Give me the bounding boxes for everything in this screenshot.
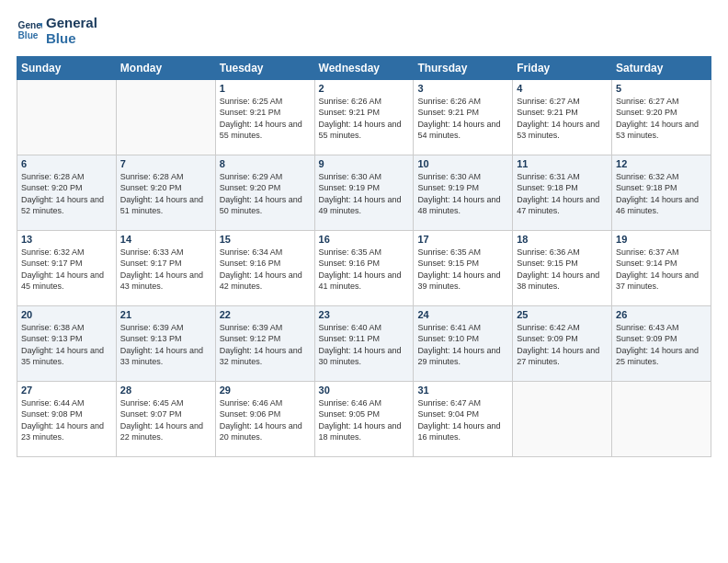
day-info: Sunrise: 6:28 AM Sunset: 9:20 PM Dayligh…: [120, 171, 211, 217]
weekday-header-sunday: Sunday: [17, 56, 117, 79]
day-number: 13: [21, 234, 112, 245]
calendar-cell: 24Sunrise: 6:41 AM Sunset: 9:10 PM Dayli…: [414, 305, 513, 381]
day-info: Sunrise: 6:33 AM Sunset: 9:17 PM Dayligh…: [120, 247, 211, 293]
svg-text:Blue: Blue: [18, 31, 39, 41]
calendar-cell: 25Sunrise: 6:42 AM Sunset: 9:09 PM Dayli…: [513, 305, 612, 381]
calendar-cell: 13Sunrise: 6:32 AM Sunset: 9:17 PM Dayli…: [17, 230, 117, 305]
header: General Blue General Blue: [17, 15, 711, 47]
day-number: 7: [120, 158, 211, 169]
day-info: Sunrise: 6:39 AM Sunset: 9:13 PM Dayligh…: [120, 322, 211, 368]
day-info: Sunrise: 6:32 AM Sunset: 9:18 PM Dayligh…: [616, 171, 707, 217]
day-number: 25: [517, 309, 608, 320]
day-number: 9: [319, 158, 410, 169]
logo: General Blue General Blue: [17, 15, 97, 47]
day-number: 31: [417, 385, 508, 396]
weekday-header-tuesday: Tuesday: [215, 56, 314, 79]
calendar-cell: 6Sunrise: 6:28 AM Sunset: 9:20 PM Daylig…: [17, 155, 117, 230]
calendar-cell: 31Sunrise: 6:47 AM Sunset: 9:04 PM Dayli…: [414, 381, 513, 456]
day-number: 26: [616, 309, 707, 320]
day-number: 19: [616, 234, 707, 245]
calendar-cell: 9Sunrise: 6:30 AM Sunset: 9:19 PM Daylig…: [314, 155, 414, 230]
calendar-cell: 8Sunrise: 6:29 AM Sunset: 9:20 PM Daylig…: [215, 155, 314, 230]
calendar-cell: [116, 79, 215, 155]
day-info: Sunrise: 6:44 AM Sunset: 9:08 PM Dayligh…: [21, 397, 112, 443]
day-number: 14: [120, 234, 211, 245]
calendar-cell: 4Sunrise: 6:27 AM Sunset: 9:21 PM Daylig…: [513, 79, 612, 155]
calendar-cell: 21Sunrise: 6:39 AM Sunset: 9:13 PM Dayli…: [116, 305, 215, 381]
day-info: Sunrise: 6:30 AM Sunset: 9:19 PM Dayligh…: [319, 171, 410, 217]
day-number: 23: [319, 309, 410, 320]
day-number: 27: [21, 385, 112, 396]
day-info: Sunrise: 6:32 AM Sunset: 9:17 PM Dayligh…: [21, 247, 112, 293]
calendar-cell: 20Sunrise: 6:38 AM Sunset: 9:13 PM Dayli…: [17, 305, 117, 381]
calendar-cell: 30Sunrise: 6:46 AM Sunset: 9:05 PM Dayli…: [314, 381, 414, 456]
calendar-cell: 2Sunrise: 6:26 AM Sunset: 9:21 PM Daylig…: [314, 79, 414, 155]
weekday-header-monday: Monday: [116, 56, 215, 79]
day-info: Sunrise: 6:47 AM Sunset: 9:04 PM Dayligh…: [417, 397, 508, 443]
weekday-header-friday: Friday: [513, 56, 612, 79]
calendar-cell: 7Sunrise: 6:28 AM Sunset: 9:20 PM Daylig…: [116, 155, 215, 230]
weekday-header-saturday: Saturday: [612, 56, 711, 79]
logo-blue: Blue: [46, 30, 97, 46]
day-info: Sunrise: 6:26 AM Sunset: 9:21 PM Dayligh…: [417, 96, 508, 142]
calendar-cell: 22Sunrise: 6:39 AM Sunset: 9:12 PM Dayli…: [215, 305, 314, 381]
calendar-week-row: 20Sunrise: 6:38 AM Sunset: 9:13 PM Dayli…: [17, 305, 711, 381]
day-info: Sunrise: 6:35 AM Sunset: 9:16 PM Dayligh…: [319, 247, 410, 293]
calendar-week-row: 6Sunrise: 6:28 AM Sunset: 9:20 PM Daylig…: [17, 155, 711, 230]
day-number: 29: [220, 385, 311, 396]
day-info: Sunrise: 6:27 AM Sunset: 9:20 PM Dayligh…: [616, 96, 707, 142]
day-number: 6: [21, 158, 112, 169]
day-info: Sunrise: 6:45 AM Sunset: 9:07 PM Dayligh…: [120, 397, 211, 443]
day-info: Sunrise: 6:39 AM Sunset: 9:12 PM Dayligh…: [220, 322, 311, 368]
day-number: 20: [21, 309, 112, 320]
calendar-week-row: 1Sunrise: 6:25 AM Sunset: 9:21 PM Daylig…: [17, 79, 711, 155]
calendar-cell: [17, 79, 117, 155]
day-number: 24: [417, 309, 508, 320]
calendar-cell: 26Sunrise: 6:43 AM Sunset: 9:09 PM Dayli…: [612, 305, 711, 381]
day-info: Sunrise: 6:43 AM Sunset: 9:09 PM Dayligh…: [616, 322, 707, 368]
day-info: Sunrise: 6:41 AM Sunset: 9:10 PM Dayligh…: [417, 322, 508, 368]
day-number: 21: [120, 309, 211, 320]
day-number: 18: [517, 234, 608, 245]
day-number: 5: [616, 83, 707, 94]
calendar-cell: [612, 381, 711, 456]
calendar-cell: 19Sunrise: 6:37 AM Sunset: 9:14 PM Dayli…: [612, 230, 711, 305]
weekday-header-thursday: Thursday: [414, 56, 513, 79]
logo-icon: General Blue: [17, 17, 42, 43]
weekday-header-row: SundayMondayTuesdayWednesdayThursdayFrid…: [17, 56, 711, 79]
day-number: 8: [220, 158, 311, 169]
calendar-cell: 5Sunrise: 6:27 AM Sunset: 9:20 PM Daylig…: [612, 79, 711, 155]
day-info: Sunrise: 6:27 AM Sunset: 9:21 PM Dayligh…: [517, 96, 608, 142]
day-info: Sunrise: 6:25 AM Sunset: 9:21 PM Dayligh…: [220, 96, 311, 142]
day-number: 3: [417, 83, 508, 94]
day-number: 4: [517, 83, 608, 94]
day-info: Sunrise: 6:26 AM Sunset: 9:21 PM Dayligh…: [319, 96, 410, 142]
day-number: 15: [220, 234, 311, 245]
day-number: 30: [319, 385, 410, 396]
calendar-cell: 17Sunrise: 6:35 AM Sunset: 9:15 PM Dayli…: [414, 230, 513, 305]
weekday-header-wednesday: Wednesday: [314, 56, 414, 79]
calendar-cell: [513, 381, 612, 456]
calendar-cell: 10Sunrise: 6:30 AM Sunset: 9:19 PM Dayli…: [414, 155, 513, 230]
calendar-cell: 3Sunrise: 6:26 AM Sunset: 9:21 PM Daylig…: [414, 79, 513, 155]
calendar-cell: 11Sunrise: 6:31 AM Sunset: 9:18 PM Dayli…: [513, 155, 612, 230]
calendar-cell: 15Sunrise: 6:34 AM Sunset: 9:16 PM Dayli…: [215, 230, 314, 305]
day-number: 10: [417, 158, 508, 169]
day-info: Sunrise: 6:31 AM Sunset: 9:18 PM Dayligh…: [517, 171, 608, 217]
day-info: Sunrise: 6:38 AM Sunset: 9:13 PM Dayligh…: [21, 322, 112, 368]
svg-text:General: General: [18, 21, 42, 31]
day-number: 11: [517, 158, 608, 169]
day-info: Sunrise: 6:29 AM Sunset: 9:20 PM Dayligh…: [220, 171, 311, 217]
day-info: Sunrise: 6:34 AM Sunset: 9:16 PM Dayligh…: [220, 247, 311, 293]
calendar-cell: 23Sunrise: 6:40 AM Sunset: 9:11 PM Dayli…: [314, 305, 414, 381]
day-info: Sunrise: 6:37 AM Sunset: 9:14 PM Dayligh…: [616, 247, 707, 293]
calendar-cell: 14Sunrise: 6:33 AM Sunset: 9:17 PM Dayli…: [116, 230, 215, 305]
day-number: 2: [319, 83, 410, 94]
calendar-cell: 18Sunrise: 6:36 AM Sunset: 9:15 PM Dayli…: [513, 230, 612, 305]
calendar-cell: 1Sunrise: 6:25 AM Sunset: 9:21 PM Daylig…: [215, 79, 314, 155]
day-number: 1: [220, 83, 311, 94]
calendar-cell: 12Sunrise: 6:32 AM Sunset: 9:18 PM Dayli…: [612, 155, 711, 230]
day-number: 28: [120, 385, 211, 396]
logo-general: General: [46, 15, 97, 30]
day-info: Sunrise: 6:46 AM Sunset: 9:06 PM Dayligh…: [220, 397, 311, 443]
